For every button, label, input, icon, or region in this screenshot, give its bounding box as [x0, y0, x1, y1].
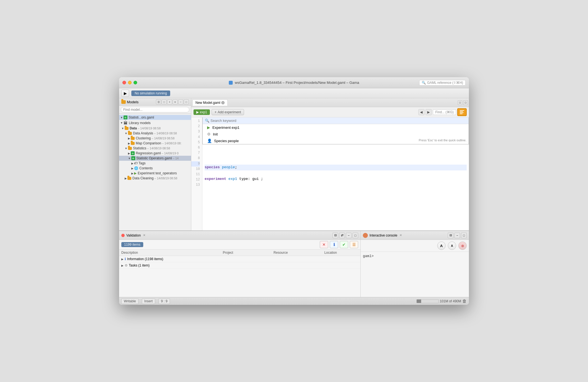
tree-triangle: ▶ — [125, 177, 127, 180]
tree-item-statistic-operators[interactable]: ▼ G Statisti...ors.gaml — [119, 115, 191, 120]
no-entry-icon: ⊗ — [461, 244, 464, 248]
filter-check-button[interactable]: ✔ — [340, 241, 348, 248]
console-btn-a1[interactable]: A — [437, 242, 446, 250]
tree-item-data[interactable]: ▼ Data – 14/08/19 08:58 — [119, 126, 191, 131]
memory-label: 101M of 490M — [440, 299, 461, 303]
editor-area: New Model.gaml × □ □ ▶ exp1 + Add experi… — [191, 98, 469, 230]
tab-close-button[interactable]: × — [221, 101, 225, 104]
tab-label: New Model.gaml — [195, 101, 220, 105]
editor-tab[interactable]: New Model.gaml × — [192, 99, 228, 106]
tree-triangle: ▼ — [120, 116, 123, 119]
console-btn-a2[interactable]: A — [448, 242, 456, 250]
minimize-button[interactable] — [128, 81, 132, 84]
filter-info-button[interactable]: ℹ — [330, 241, 338, 248]
outline-item-init[interactable]: ⚙ Init — [203, 131, 469, 137]
table-row-tasks[interactable]: ▶ ⚙ Tasks (1 item) — [119, 262, 360, 269]
memory-fill — [417, 300, 421, 303]
validation-close-button[interactable] — [121, 234, 125, 237]
forward-button[interactable]: ▶ — [426, 109, 432, 115]
tree-triangle: ▶ — [128, 142, 130, 145]
tree-item-contents[interactable]: ▶ 🌐 Contents — [119, 166, 191, 171]
status-insert: Insert — [142, 298, 155, 304]
console-btn-clear[interactable]: ⊗ — [458, 242, 467, 250]
sidebar-search-input[interactable] — [121, 107, 189, 112]
console-prompt: gaml> — [363, 254, 374, 258]
filter-list-button[interactable]: ☰ — [350, 241, 358, 248]
validation-table-body: ▶ ℹ Information (1198 items) ▶ ⚙ Tasks (… — [119, 256, 360, 297]
bottom-area: Validation ✕ ⊟ ⇄ − □ 1199 items ✕ ℹ — [119, 230, 469, 297]
gaml-file-icon: G — [131, 156, 135, 160]
maximize-button[interactable] — [134, 81, 137, 84]
validation-icon-btn-2[interactable]: ⇄ — [339, 233, 345, 238]
experiment-icon: ▶ — [207, 125, 210, 130]
sidebar-icon-btn-2[interactable]: □ — [162, 99, 167, 104]
tree-triangle: ▶ — [131, 172, 134, 175]
console-body[interactable]: gaml> — [361, 252, 469, 297]
table-row-information[interactable]: ▶ ℹ Information (1198 items) — [119, 256, 360, 262]
tree-item-data-analysis[interactable]: ▼ Data Analysis – 14/08/19 08:58 — [119, 131, 191, 136]
tree-triangle: ▼ — [120, 121, 123, 124]
tree-triangle: ▼ — [128, 157, 131, 160]
check-icon: ✔ — [342, 242, 346, 247]
gaml-reference-search[interactable]: 🔍 GAML reference (⇧⌘H) — [419, 80, 466, 86]
trash-icon[interactable]: 🗑 — [462, 299, 467, 304]
tree-item-tags[interactable]: ▶ 🏷 Tags — [119, 161, 191, 166]
tree-item-statistics[interactable]: ▼ Statistics – 14/08/19 08:58 — [119, 146, 191, 151]
expand-icon: ▶ — [121, 258, 124, 261]
sidebar-icon-btn-6[interactable]: □ — [184, 99, 189, 104]
validation-panel-header: Validation ✕ ⊟ ⇄ − □ — [119, 231, 360, 240]
validation-icon-btn-3[interactable]: − — [346, 233, 351, 238]
tree-triangle: ▼ — [125, 147, 127, 150]
quick-outline-input[interactable] — [210, 119, 466, 123]
find-input[interactable]: Find... (⌘G) — [433, 109, 456, 115]
search-icon: 🔍 — [205, 119, 209, 123]
filter-error-button[interactable]: ✕ — [320, 241, 328, 248]
console-close-icon[interactable]: ✕ — [399, 233, 402, 237]
sidebar-models-header: Models ☰ □ + ≡ − □ — [119, 98, 191, 106]
outline-button[interactable] — [457, 108, 467, 116]
sidebar-icon-btn-5[interactable]: − — [178, 99, 183, 104]
tree-item-data-cleaning[interactable]: ▶ Data Cleaning – 14/08/19 08:58 — [119, 176, 191, 181]
svg-rect-0 — [460, 110, 464, 111]
tag-icon: 🏷 — [134, 161, 137, 165]
tree-item-clustering[interactable]: ▶ Clustering – 14/08/19 08:58 — [119, 136, 191, 141]
console-icon-btn-3[interactable]: □ — [461, 233, 467, 238]
tab-minimize-btn[interactable]: □ — [458, 100, 462, 105]
sidebar-icon-btn-3[interactable]: + — [167, 99, 172, 104]
outline-item-label: Species people — [214, 139, 239, 143]
sidebar-icon-btn-4[interactable]: ≡ — [173, 99, 178, 104]
tree-item-regression[interactable]: ▶ G Regression.gaml – 14/08/19 0 — [119, 151, 191, 156]
sidebar-icon-btn-1[interactable]: ☰ — [156, 99, 161, 104]
console-icon-btn-2[interactable]: − — [454, 233, 460, 238]
play-icon: ▶ — [134, 171, 137, 175]
code-line-12 — [205, 182, 467, 188]
folder-icon — [127, 177, 131, 180]
search-icon: 🔍 — [422, 81, 426, 85]
info-icon: ℹ — [125, 257, 126, 261]
add-experiment-button[interactable]: + Add experiment — [212, 109, 244, 115]
outline-item-experiment[interactable]: ▶ Experiment exp1 — [203, 124, 469, 131]
quick-outline-panel: 🔍 ▶ Experiment exp1 ⚙ Init 👤 Species peo… — [202, 117, 469, 144]
back-button[interactable]: ◀ — [418, 109, 424, 115]
tree-triangle: ▼ — [125, 132, 127, 135]
console-icon — [363, 233, 368, 238]
tree-item-experiment-test[interactable]: ▶ ▶ Experiment test_operators — [119, 171, 191, 176]
add-icon: + — [215, 110, 217, 114]
tree-item-library-models[interactable]: ▼ 🏛 Library models — [119, 120, 191, 126]
console-icon-btn-1[interactable]: ⊟ — [448, 233, 453, 238]
svg-rect-3 — [460, 114, 463, 114]
code-line-9: species people; — [205, 165, 467, 170]
validation-icon-btn-4[interactable]: □ — [353, 233, 358, 238]
folder-icon — [121, 100, 126, 104]
play-button[interactable]: ▶ — [121, 90, 129, 97]
validation-icon-btn-1[interactable]: ⊟ — [333, 233, 338, 238]
tree-item-statistic-operators-gaml[interactable]: ▼ G Statistic Operators.gaml – 14 — [119, 156, 191, 161]
traffic-lights — [122, 81, 137, 84]
validation-close-icon[interactable]: ✕ — [143, 233, 145, 237]
task-icon: ⚙ — [125, 263, 128, 267]
experiment-run-button[interactable]: ▶ exp1 — [194, 109, 210, 115]
code-line-11: experiment exp1 type: gui ; — [205, 176, 467, 182]
tab-maximize-btn[interactable]: □ — [463, 100, 468, 105]
close-button[interactable] — [122, 81, 126, 84]
tree-item-map-comparison[interactable]: ▶ Map Comparison – 14/08/19 08: — [119, 141, 191, 146]
